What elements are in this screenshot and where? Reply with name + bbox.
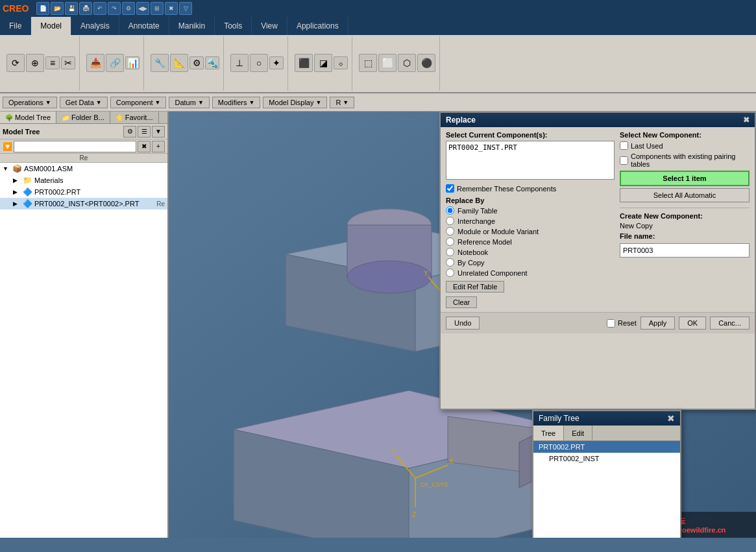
- radio-notebook-input[interactable]: [446, 248, 454, 256]
- radio-notebook[interactable]: Notebook: [446, 248, 615, 256]
- tree-search-add[interactable]: +: [152, 141, 165, 152]
- get-icon-2[interactable]: 🔗: [106, 54, 124, 72]
- new-btn[interactable]: 📄: [36, 2, 49, 15]
- expand-prt0002-inst[interactable]: ▶: [13, 200, 21, 207]
- ops-icon-3[interactable]: ≡: [45, 56, 60, 69]
- disp-icon-3[interactable]: ⬡: [398, 54, 416, 72]
- tree-node-prt0002[interactable]: ▶ 🔷 PRT0002.PRT: [0, 186, 167, 198]
- mod-icon-2[interactable]: ◪: [314, 54, 332, 72]
- tree-filter-btn[interactable]: ▼: [152, 126, 165, 138]
- disp-icon-4[interactable]: ⚫: [417, 54, 435, 72]
- apply-btn[interactable]: Apply: [640, 317, 676, 330]
- disp-icon-2[interactable]: ⬜: [378, 54, 396, 72]
- tab-model[interactable]: Model: [31, 17, 71, 35]
- datum-icon-2[interactable]: ○: [250, 54, 268, 72]
- replace-dialog-close[interactable]: ✖: [743, 115, 750, 125]
- qa-btn-7[interactable]: ⚙: [122, 2, 135, 15]
- tree-columns-btn[interactable]: ☰: [138, 126, 151, 138]
- ft-item-prt0002-inst[interactable]: PRT0002_INST: [533, 453, 680, 464]
- tab-favorites[interactable]: ⭐ Favorit...: [110, 112, 159, 123]
- radio-reference-input[interactable]: [446, 237, 454, 246]
- radio-family-table[interactable]: Family Table: [446, 206, 615, 215]
- current-component-textarea[interactable]: PRT0002_INST.PRT: [446, 141, 615, 180]
- radio-module-input[interactable]: [446, 227, 454, 235]
- qa-btn-9[interactable]: ⊞: [151, 2, 164, 15]
- tree-node-asm[interactable]: ▼ 📦 ASM0001.ASM: [0, 163, 167, 174]
- tab-annotate[interactable]: Annotate: [119, 17, 169, 35]
- expand-prt0002[interactable]: ▶: [13, 189, 21, 195]
- tree-node-prt0002-inst[interactable]: ▶ 🔷 PRT0002_INST<PRT0002>.PRT Re: [0, 198, 167, 210]
- edit-ref-table-btn[interactable]: Edit Ref Table: [446, 281, 504, 293]
- radio-by-copy-input[interactable]: [446, 258, 454, 267]
- comp-icon-2[interactable]: 📐: [170, 54, 188, 72]
- mod-icon-1[interactable]: ⬛: [295, 54, 313, 72]
- clear-btn[interactable]: Clear: [446, 296, 477, 308]
- qa-btn-11[interactable]: ▽: [179, 2, 192, 15]
- get-data-dropdown[interactable]: Get Data ▼: [60, 97, 108, 108]
- radio-unrelated[interactable]: Unrelated Component: [446, 269, 615, 277]
- reset-checkbox[interactable]: [607, 319, 615, 328]
- radio-family-table-label: Family Table: [457, 207, 498, 215]
- ops-icon-1[interactable]: ⟳: [6, 54, 25, 72]
- undo-btn[interactable]: Undo: [446, 317, 480, 330]
- comp-icon-3[interactable]: ⚙: [189, 56, 204, 69]
- qa-btn-8[interactable]: ◀▶: [136, 2, 149, 15]
- ft-item-prt0002[interactable]: PRT0002.PRT: [533, 441, 680, 453]
- qa-btn-4[interactable]: 🖨️: [79, 2, 92, 15]
- expand-asm[interactable]: ▼: [3, 165, 10, 172]
- tab-manikin[interactable]: Manikin: [169, 17, 215, 35]
- ok-btn[interactable]: OK: [679, 317, 706, 330]
- comp-icon-4[interactable]: 🔩: [205, 56, 219, 69]
- tree-node-materials[interactable]: ▶ 📁 Materials: [0, 174, 167, 186]
- modifiers-dropdown[interactable]: Modifiers ▼: [212, 97, 261, 108]
- save-btn[interactable]: 💾: [65, 2, 78, 15]
- r-dropdown[interactable]: R ▼: [330, 97, 354, 108]
- ops-icon-4[interactable]: ✂: [61, 56, 75, 69]
- undo-quick-btn[interactable]: ↷: [108, 2, 121, 15]
- radio-family-table-input[interactable]: [446, 206, 454, 215]
- tab-tools[interactable]: Tools: [215, 17, 252, 35]
- datum-icon-3[interactable]: ✦: [269, 56, 284, 69]
- mod-icon-3[interactable]: ⬦: [334, 56, 348, 69]
- qa-btn-5[interactable]: ↶: [93, 2, 106, 15]
- radio-reference[interactable]: Reference Model: [446, 237, 615, 246]
- tab-view[interactable]: View: [252, 17, 287, 35]
- component-dropdown[interactable]: Component ▼: [110, 97, 167, 108]
- tab-file[interactable]: File: [0, 17, 31, 35]
- radio-interchange-input[interactable]: [446, 217, 454, 225]
- model-display-dropdown[interactable]: Model Display ▼: [263, 97, 327, 108]
- datum-icon-1[interactable]: ⊥: [230, 54, 249, 72]
- select-item-btn[interactable]: Select 1 item: [620, 171, 750, 186]
- tree-search-input[interactable]: [14, 141, 136, 152]
- tree-search-clear[interactable]: ✖: [138, 141, 151, 152]
- disp-icon-1[interactable]: ⬚: [359, 54, 377, 72]
- tab-folder[interactable]: 📁 Folder B...: [56, 112, 110, 123]
- open-btn[interactable]: 📂: [51, 2, 64, 15]
- datum-dropdown[interactable]: Datum ▼: [169, 97, 209, 108]
- radio-by-copy[interactable]: By Copy: [446, 258, 615, 267]
- get-icon-1[interactable]: 📥: [86, 54, 104, 72]
- radio-interchange[interactable]: Interchange: [446, 217, 615, 225]
- ops-icon-2[interactable]: ⊕: [26, 54, 44, 72]
- select-all-btn[interactable]: Select All Automatic: [620, 188, 750, 202]
- ft-tab-edit[interactable]: Edit: [564, 426, 592, 440]
- get-icon-3[interactable]: 📊: [125, 56, 140, 69]
- family-tree-close[interactable]: ✖: [667, 413, 675, 424]
- radio-unrelated-input[interactable]: [446, 269, 454, 277]
- tree-settings-btn[interactable]: ⚙: [123, 126, 136, 138]
- qa-btn-10[interactable]: ✖: [165, 2, 178, 15]
- operations-dropdown[interactable]: Operations ▼: [3, 97, 57, 108]
- expand-materials[interactable]: ▶: [13, 177, 21, 184]
- radio-module[interactable]: Module or Module Variant: [446, 227, 615, 235]
- ft-tab-tree[interactable]: Tree: [533, 426, 564, 440]
- comp-icon-1[interactable]: 🔧: [151, 54, 169, 72]
- file-name-input[interactable]: [620, 243, 750, 258]
- existing-pairing-checkbox[interactable]: [620, 156, 628, 165]
- remember-checkbox[interactable]: [446, 184, 454, 193]
- last-used-checkbox[interactable]: [620, 141, 628, 150]
- tab-applications[interactable]: Applications: [287, 17, 348, 35]
- tab-model-tree[interactable]: 🌳 Model Tree: [0, 112, 56, 123]
- cancel-btn[interactable]: Canc...: [710, 317, 750, 330]
- ribbon-group-component: 🔧 📐 ⚙ 🔩: [147, 36, 224, 91]
- tab-analysis[interactable]: Analysis: [71, 17, 119, 35]
